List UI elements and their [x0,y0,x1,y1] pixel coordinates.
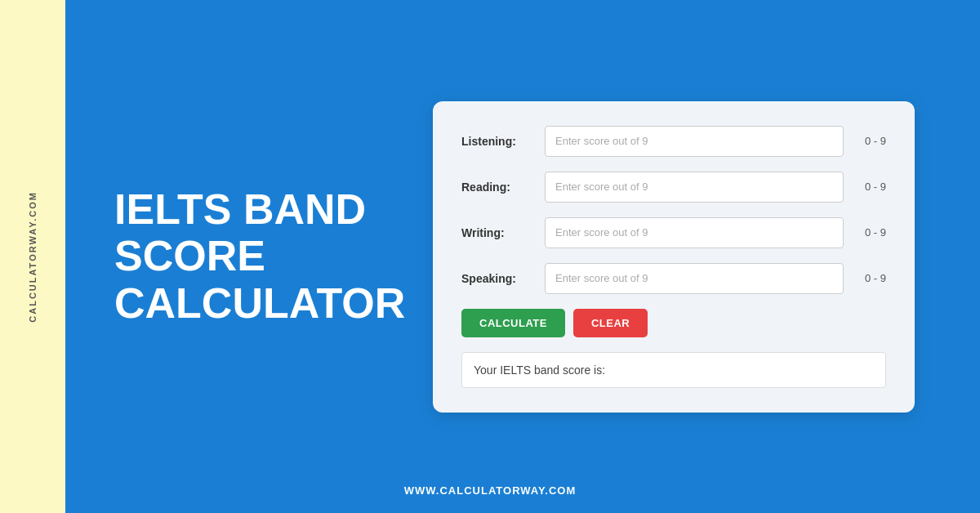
main-content: IELTS BAND SCORE CALCULATOR Listening: 0… [0,101,980,413]
footer: WWW.CALCULATORWAY.COM [404,484,576,497]
result-row: Your IELTS band score is: [461,352,886,388]
sidebar-strip: CALCULATORWAY.COM [0,0,65,513]
clear-button[interactable]: CLEAR [573,309,648,337]
writing-input[interactable] [545,217,844,248]
speaking-input[interactable] [545,263,844,294]
reading-input[interactable] [545,172,844,203]
page-title: IELTS BAND SCORE CALCULATOR [114,186,376,327]
reading-range: 0 - 9 [853,181,886,193]
result-text: Your IELTS band score is: [474,364,849,377]
listening-input[interactable] [545,126,844,157]
reading-label: Reading: [461,181,535,194]
speaking-row: Speaking: 0 - 9 [461,263,886,294]
speaking-range: 0 - 9 [853,272,886,284]
writing-row: Writing: 0 - 9 [461,217,886,248]
buttons-row: CALCULATE CLEAR [461,309,886,337]
writing-range: 0 - 9 [853,226,886,239]
title-area: IELTS BAND SCORE CALCULATOR [114,186,376,327]
speaking-label: Speaking: [461,272,535,285]
listening-range: 0 - 9 [853,135,886,147]
listening-row: Listening: 0 - 9 [461,126,886,157]
writing-label: Writing: [461,226,535,239]
calculate-button[interactable]: CALCULATE [461,309,565,337]
sidebar-label: CALCULATORWAY.COM [28,191,38,323]
listening-label: Listening: [461,135,535,148]
reading-row: Reading: 0 - 9 [461,172,886,203]
calculator-card: Listening: 0 - 9 Reading: 0 - 9 Writing:… [433,101,915,413]
